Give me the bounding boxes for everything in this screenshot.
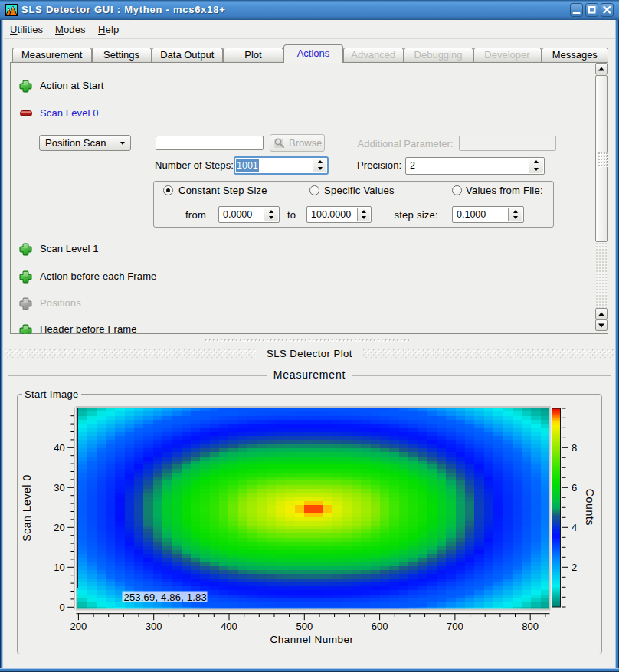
svg-text:0: 0	[59, 602, 64, 613]
svg-text:600: 600	[372, 621, 388, 632]
svg-text:400: 400	[221, 621, 237, 632]
svg-text:4: 4	[572, 522, 577, 533]
svg-text:40: 40	[54, 442, 64, 454]
svg-text:200: 200	[70, 621, 87, 632]
svg-text:10: 10	[54, 562, 64, 573]
svg-text:30: 30	[54, 482, 64, 493]
svg-text:253.69, 4.86, 1.83: 253.69, 4.86, 1.83	[124, 592, 207, 603]
svg-text:2: 2	[572, 562, 577, 573]
svg-text:Scan Level 0: Scan Level 0	[21, 474, 33, 542]
svg-text:800: 800	[522, 621, 539, 632]
svg-text:8: 8	[572, 442, 577, 454]
svg-text:6: 6	[572, 482, 577, 493]
svg-text:Counts: Counts	[584, 489, 596, 526]
svg-text:500: 500	[296, 621, 313, 632]
svg-text:700: 700	[447, 621, 463, 632]
svg-text:20: 20	[54, 522, 64, 533]
svg-text:Channel Number: Channel Number	[270, 634, 353, 645]
svg-text:300: 300	[146, 621, 162, 632]
